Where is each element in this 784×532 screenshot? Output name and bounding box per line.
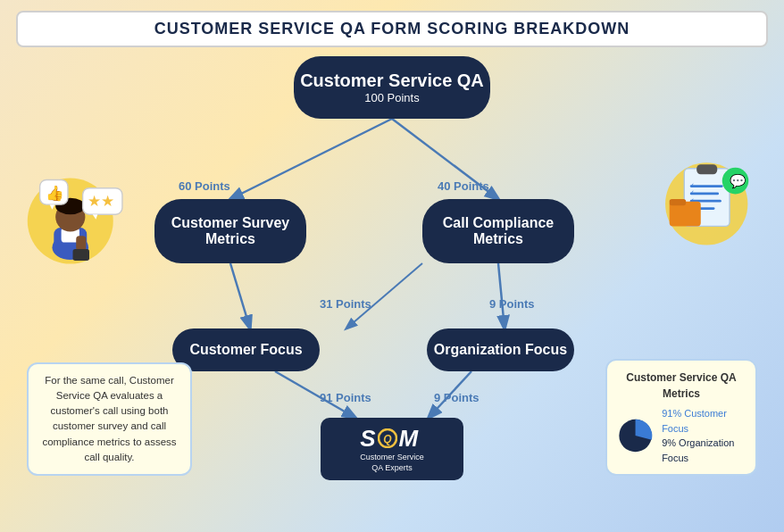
sqm-logo-circle: Q — [378, 428, 397, 448]
title-box: CUSTOMER SERVICE QA FORM SCORING BREAKDO… — [16, 11, 768, 47]
ccm-node: Call Compliance Metrics — [422, 199, 574, 263]
page-title: CUSTOMER SERVICE QA FORM SCORING BREAKDO… — [36, 20, 748, 38]
root-node: Customer Service QA 100 Points — [294, 56, 490, 119]
info-left-text: For the same call, Customer Service QA e… — [42, 375, 176, 462]
sqm-logo-s: S — [360, 425, 375, 453]
svg-rect-16 — [696, 164, 717, 174]
cf-final-points: 91 Points — [320, 391, 371, 404]
svg-line-31 — [498, 263, 505, 328]
diagram: ★★ 👍 — [16, 56, 768, 494]
sqm-logo-box: S Q M Customer ServiceQA Experts — [321, 418, 463, 480]
svg-text:Q: Q — [383, 433, 392, 445]
svg-text:👍: 👍 — [46, 184, 64, 203]
csm-label: Customer Survey Metrics — [154, 215, 306, 247]
root-sublabel: 100 Points — [364, 91, 419, 104]
pie-chart — [616, 412, 655, 459]
cf-label: Customer Focus — [189, 342, 302, 358]
legend-customer-focus: 91% Customer Focus — [662, 406, 746, 436]
person-icon: ★★ 👍 — [25, 163, 132, 270]
info-right-title: Customer Service QA Metrics — [616, 370, 746, 402]
of-node: Organization Focus — [427, 328, 574, 371]
svg-line-28 — [230, 119, 392, 199]
svg-rect-12 — [76, 236, 86, 251]
svg-rect-13 — [73, 249, 89, 261]
root-label: Customer Service QA — [300, 71, 484, 91]
legend-org-focus: 9% Organization Focus — [662, 436, 746, 465]
clipboard-icon: ✓ ✓ ✓ 💬 — [645, 154, 752, 253]
cf-points-from-csm: 31 Points — [320, 297, 371, 311]
of-final-points: 9 Points — [434, 391, 480, 404]
svg-text:💬: 💬 — [730, 173, 746, 189]
sqm-subtitle: Customer ServiceQA Experts — [360, 453, 424, 473]
left-decoration: ★★ 👍 — [25, 163, 141, 279]
pie-wrap: 91% Customer Focus 9% Organization Focus — [616, 406, 746, 465]
csm-points-label: 60 Points — [179, 179, 230, 193]
info-box-right: Customer Service QA Metrics 91% Customer… — [605, 359, 757, 476]
ccm-label: Call Compliance Metrics — [422, 215, 574, 247]
cf-node: Customer Focus — [172, 328, 320, 371]
svg-rect-25 — [670, 199, 686, 205]
svg-line-32 — [346, 263, 422, 328]
csm-node: Customer Survey Metrics — [154, 199, 306, 263]
svg-text:★★: ★★ — [88, 193, 114, 210]
svg-line-30 — [230, 263, 250, 328]
of-points-from-ccm: 9 Points — [489, 297, 535, 311]
info-box-left: For the same call, Customer Service QA e… — [27, 362, 192, 477]
sqm-logo-m: M — [399, 425, 419, 453]
page-wrapper: CUSTOMER SERVICE QA FORM SCORING BREAKDO… — [0, 0, 784, 532]
svg-rect-17 — [690, 185, 723, 187]
of-label: Organization Focus — [434, 342, 567, 358]
ccm-points-label: 40 Points — [438, 179, 489, 193]
right-decoration: ✓ ✓ ✓ 💬 — [645, 154, 761, 262]
